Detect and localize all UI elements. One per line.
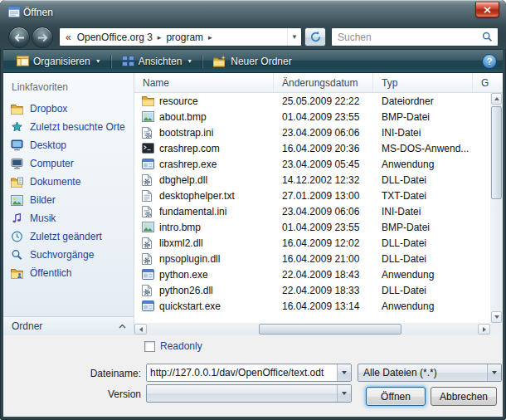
views-icon [122,56,134,66]
file-name: dbghelp.dll [159,174,274,186]
vertical-scrollbar-thumb[interactable] [491,106,502,199]
file-row[interactable]: python.exe22.04.2009 18:43Anwendung [134,266,490,282]
sidebar-item-label: Bilder [30,194,56,206]
sidebar-item-bilder[interactable]: Bilder [3,191,134,209]
breadcrumb-arrow-icon[interactable]: ▸ [154,33,165,42]
version-dropdown-button[interactable] [337,385,351,402]
file-type: TXT-Datei [373,190,473,202]
file-name: about.bmp [159,111,274,123]
command-toolbar: Organisieren▼Ansichten▼Neuer Ordner ? [3,49,503,73]
column-header-name[interactable]: Name [134,73,274,92]
image-icon [142,110,155,123]
sidebar-item-zuletzt-besuchte-orte[interactable]: Zuletzt besuchte Orte [3,118,134,136]
file-type: BMP-Datei [373,222,473,233]
scroll-up-button[interactable] [491,93,502,105]
organize-icon [17,56,29,66]
list-header: NameÄnderungsdatumTypG [134,73,503,93]
breadcrumb-arrow-icon[interactable]: ▸ [205,33,216,42]
sidebar-item-desktop[interactable]: Desktop [3,136,134,154]
file-row[interactable]: python26.dll22.04.2009 18:33DLL-Datei [134,282,490,298]
file-row[interactable]: crashrep.exe23.04.2009 05:45Anwendung [134,156,490,172]
sidebar-item-suchvorgänge[interactable]: Suchvorgänge [3,246,134,264]
file-type: DLL-Datei [373,174,473,186]
filetype-value: Alle Dateien (*.*) [358,364,487,381]
toolbar-separator [202,55,203,68]
toolbar-button-label: Ansichten [139,56,182,67]
vertical-scrollbar[interactable] [490,93,503,323]
column-header-änderungsdatum[interactable]: Änderungsdatum [274,73,373,92]
sidebar-item-zuletzt-geändert[interactable]: Zuletzt geändert [3,227,134,246]
sidebar-item-label: Musik [30,212,56,224]
file-type: INI-Datei [373,206,473,217]
triangle-up-icon [494,97,499,100]
sidebar-item-öffentlich[interactable]: Öffentlich [3,264,134,282]
open-button[interactable]: Öffnen [366,387,426,406]
filename-input[interactable] [147,364,337,381]
back-button[interactable] [8,27,30,48]
scroll-right-button[interactable] [478,324,490,335]
address-bar[interactable]: « OpenOffice.org 3▸program▸ ▼ [59,27,302,46]
readonly-checkbox-row[interactable]: Readonly [144,340,202,352]
new-folder-icon [213,56,226,67]
file-row[interactable]: npsoplugin.dll16.04.2009 21:00DLL-Datei [134,251,490,266]
file-type: Anwendung [373,269,473,281]
dialog-icon [7,6,21,19]
file-row[interactable]: resource25.05.2009 22:22Dateiordner [134,93,490,109]
version-label: Version [50,388,141,400]
sidebar-item-musik[interactable]: Musik [3,209,134,227]
search-magnifier-icon[interactable] [476,32,498,42]
file-row[interactable]: bootstrap.ini23.04.2009 06:06INI-Datei [134,125,490,140]
file-row[interactable]: quickstart.exe16.04.2009 13:14Anwendung [134,298,490,314]
app-icon [142,158,155,170]
file-row[interactable]: libxml2.dll16.04.2009 12:02DLL-Datei [134,235,490,251]
toolbar-button-label: Organisieren [33,56,90,67]
file-name: crashrep.com [159,143,274,154]
filetype-dropdown-button[interactable] [487,364,501,381]
file-row[interactable]: desktophelper.txt27.01.2009 13:00TXT-Dat… [134,188,490,203]
folders-label: Ordner [12,320,42,332]
scroll-down-button[interactable] [491,311,502,323]
file-row[interactable]: fundamental.ini23.04.2009 06:06INI-Datei [134,203,490,219]
file-row[interactable]: crashrep.com16.04.2009 20:36MS-DOS-Anwen… [134,140,490,156]
forward-button[interactable] [32,27,53,48]
file-date: 22.04.2009 18:33 [274,285,373,296]
horizontal-scrollbar[interactable] [134,323,490,335]
breadcrumb-item-program[interactable]: program [164,32,205,43]
toolbar-button-neuer-ordner[interactable]: Neuer Ordner [206,52,299,71]
sidebar-item-label: Zuletzt besuchte Orte [30,121,125,133]
sidebar-item-dokumente[interactable]: Dokumente [3,173,134,191]
toolbar-button-organisieren[interactable]: Organisieren▼ [9,52,109,71]
file-row[interactable]: intro.bmp01.04.2009 23:55BMP-Datei [134,219,490,235]
file-name: fundamental.ini [159,206,274,217]
file-row[interactable]: dbghelp.dll14.12.2002 12:32DLL-Datei [134,172,490,188]
version-combobox[interactable] [146,384,352,403]
dialog-footer: Readonly Dateiname: Alle Dateien (*.*) V… [3,335,503,417]
file-name: npsoplugin.dll [159,253,274,265]
sidebar-item-dropbox[interactable]: Dropbox [3,100,134,118]
toolbar-button-ansichten[interactable]: Ansichten▼ [114,52,201,71]
file-date: 23.04.2009 06:06 [274,206,373,217]
readonly-label: Readonly [160,340,202,352]
cancel-button[interactable]: Abbrechen [431,387,497,406]
sidebar-item-computer[interactable]: Computer [3,154,134,173]
close-button[interactable] [475,2,499,17]
help-button[interactable]: ? [482,54,497,69]
scroll-left-button[interactable] [134,324,147,335]
refresh-button[interactable] [304,27,326,46]
folders-expander[interactable]: Ordner [3,316,134,335]
filename-combobox[interactable] [146,364,352,382]
recent-places-icon [11,120,26,134]
readonly-checkbox[interactable] [144,341,155,352]
file-row[interactable]: about.bmp01.04.2009 23:55BMP-Datei [134,109,490,125]
filename-dropdown-button[interactable] [337,364,351,381]
column-header-g[interactable]: G [473,73,503,92]
file-date: 16.04.2009 21:00 [274,253,373,265]
breadcrumb-overflow-chevron[interactable]: « [60,32,75,43]
column-header-typ[interactable]: Typ [373,73,473,92]
search-input[interactable] [332,32,476,43]
address-dropdown-caret-icon[interactable]: ▼ [287,28,301,46]
breadcrumb-item-openoffice-org-3[interactable]: OpenOffice.org 3 [75,32,154,43]
filetype-combobox[interactable]: Alle Dateien (*.*) [358,364,502,382]
dll-icon [142,173,155,186]
horizontal-scrollbar-thumb[interactable] [259,324,401,335]
